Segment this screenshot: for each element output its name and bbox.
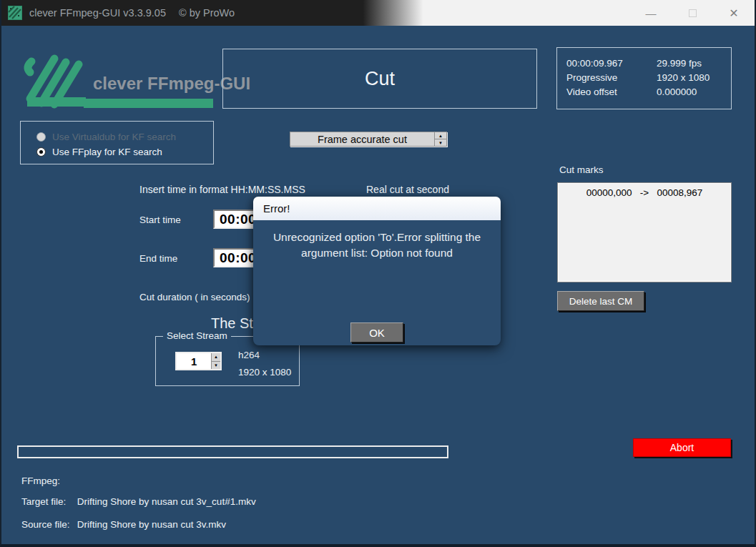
error-dialog: Error! Unrecognized option 'To'.Error sp… bbox=[253, 197, 501, 345]
progress-bar bbox=[17, 445, 448, 458]
spin-up-icon[interactable]: ▲ bbox=[435, 132, 446, 139]
window-title: clever FFmpeg-GUI v3.3.9.05 bbox=[29, 7, 166, 19]
cut-mode-spinner[interactable]: Frame accurate cut ▲ ▼ bbox=[290, 132, 447, 147]
radio-ffplay-label: Use FFplay for KF search bbox=[52, 147, 162, 157]
select-stream-legend: Select Stream bbox=[163, 330, 231, 341]
window-copyright: © by ProWo bbox=[179, 7, 235, 19]
stream-codec: h264 bbox=[238, 350, 260, 360]
spin-down-icon[interactable]: ▼ bbox=[212, 362, 220, 370]
cut-marks-label: Cut marks bbox=[559, 164, 604, 175]
source-file-value: Drifting Shore by nusan cut 3v.mkv bbox=[77, 519, 226, 530]
app-icon bbox=[8, 6, 22, 20]
info-duration: 00:00:09.967 bbox=[566, 58, 657, 72]
close-button[interactable]: ✕ bbox=[713, 0, 755, 26]
info-row-offset: Video offset 0.000000 bbox=[566, 87, 731, 101]
maximize-button bbox=[672, 0, 713, 26]
cut-mark-item[interactable]: 00000,000 -> 00008,967 bbox=[558, 187, 731, 198]
info-row-scan: Progressive 1920 x 1080 bbox=[566, 72, 731, 87]
kf-search-group: Use Virtualdub for KF search Use FFplay … bbox=[20, 121, 214, 164]
info-fps: 29.999 fps bbox=[657, 58, 702, 72]
radio-virtualdub[interactable]: Use Virtualdub for KF search bbox=[36, 129, 213, 144]
info-row-duration: 00:00:09.967 29.999 fps bbox=[566, 58, 731, 72]
target-file-row: Target file: Drifting Shore by nusan cut… bbox=[21, 496, 256, 507]
ok-button[interactable]: OK bbox=[350, 322, 403, 343]
insert-time-label: Insert time in format HH:MM:SS.MSS bbox=[139, 184, 305, 195]
video-info-panel: 00:00:09.967 29.999 fps Progressive 1920… bbox=[556, 47, 732, 109]
ffmpeg-label: FFmpeg: bbox=[21, 475, 60, 486]
target-file-value: Drifting Shore by nusan cut 3v_cut#1.mkv bbox=[77, 496, 256, 507]
window-controls: — ✕ bbox=[630, 0, 755, 26]
stream-spinner[interactable]: ▲ ▼ bbox=[175, 352, 222, 370]
source-file-label: Source file: bbox=[21, 519, 74, 530]
start-time-label: Start time bbox=[139, 215, 181, 225]
stream-resolution: 1920 x 1080 bbox=[238, 367, 291, 378]
titlebar: clever FFmpeg-GUI v3.3.9.05 © by ProWo —… bbox=[1, 0, 755, 26]
abort-button[interactable]: Abort bbox=[633, 438, 731, 457]
spin-up-icon[interactable]: ▲ bbox=[212, 353, 220, 362]
spin-down-icon[interactable]: ▼ bbox=[435, 139, 446, 146]
info-offset-label: Video offset bbox=[566, 87, 657, 101]
target-file-label: Target file: bbox=[21, 496, 74, 507]
info-resolution: 1920 x 1080 bbox=[657, 72, 710, 87]
real-cut-label: Real cut at second bbox=[366, 184, 449, 195]
logo: clever FFmpeg-GUI bbox=[21, 50, 213, 109]
radio-ffplay[interactable]: Use FFplay for KF search bbox=[36, 144, 213, 159]
radio-off-icon[interactable] bbox=[36, 132, 46, 142]
end-time-label: End time bbox=[139, 253, 177, 264]
mode-panel: Cut bbox=[222, 49, 537, 109]
info-scan-type: Progressive bbox=[566, 72, 657, 87]
error-dialog-title: Error! bbox=[253, 197, 501, 220]
mode-title: Cut bbox=[365, 68, 395, 90]
logo-icon bbox=[21, 50, 86, 109]
error-message: Unrecognized option 'To'.Error splitting… bbox=[266, 230, 488, 260]
cut-mode-spin-buttons: ▲ ▼ bbox=[434, 132, 446, 146]
cut-duration-label: Cut duration ( in seconds) bbox=[139, 292, 250, 302]
minimize-button[interactable]: — bbox=[630, 0, 672, 26]
stream-spin-buttons: ▲ ▼ bbox=[211, 353, 220, 369]
cut-marks-list[interactable]: 00000,000 -> 00008,967 bbox=[557, 182, 732, 282]
logo-underline bbox=[84, 99, 213, 108]
radio-virtualdub-label: Use Virtualdub for KF search bbox=[52, 132, 176, 142]
ffmpeg-status: FFmpeg: bbox=[21, 475, 60, 486]
source-file-row: Source file: Drifting Shore by nusan cut… bbox=[21, 519, 226, 530]
delete-last-cm-button[interactable]: Delete last CM bbox=[557, 291, 644, 311]
stream-number-input[interactable] bbox=[177, 353, 211, 369]
maximize-icon bbox=[689, 9, 697, 17]
radio-on-icon[interactable] bbox=[36, 147, 46, 157]
info-offset-value: 0.000000 bbox=[657, 87, 697, 101]
app-window: clever FFmpeg-GUI v3.3.9.05 © by ProWo —… bbox=[0, 0, 756, 547]
cut-mode-value: Frame accurate cut bbox=[290, 134, 434, 145]
